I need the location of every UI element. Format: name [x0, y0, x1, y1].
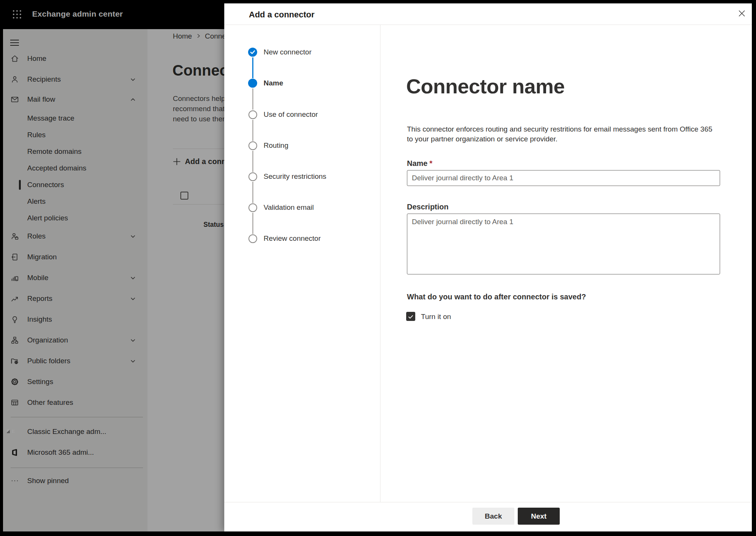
step-security-restrictions[interactable]: Security restrictions	[264, 172, 326, 181]
step-circle-current	[248, 79, 257, 88]
step-connector-line	[252, 151, 253, 172]
connector-name-input[interactable]	[407, 170, 720, 186]
back-button[interactable]: Back	[472, 508, 514, 525]
step-connector-line	[252, 57, 253, 78]
step-use-of-connector[interactable]: Use of connector	[264, 110, 318, 119]
step-heading: Connector name	[406, 74, 565, 98]
step-description: This connector enforces routing and secu…	[407, 124, 713, 144]
step-circle-upcoming	[248, 172, 257, 181]
step-name[interactable]: Name	[264, 79, 283, 88]
after-save-question: What do you want to do after connector i…	[407, 293, 586, 301]
required-asterisk: *	[429, 159, 432, 167]
checkmark-icon	[408, 314, 414, 320]
description-field-label: Description	[407, 203, 449, 211]
step-connector-line	[252, 120, 253, 141]
name-field-label: Name*	[407, 159, 432, 168]
step-circle-upcoming	[248, 203, 257, 212]
step-circle-upcoming	[248, 141, 257, 150]
step-circle-upcoming	[248, 110, 257, 119]
next-button[interactable]: Next	[518, 508, 560, 525]
dialog-footer-divider	[224, 502, 752, 502]
step-circle-upcoming	[248, 234, 257, 243]
step-circle-completed	[248, 48, 257, 57]
turn-it-on-label: Turn it on	[421, 313, 451, 321]
add-connector-dialog: Add a connector New connector Name Use o…	[224, 3, 752, 531]
wizard-content-divider	[380, 25, 380, 502]
step-connector-line	[252, 182, 253, 203]
close-icon[interactable]	[736, 7, 748, 19]
step-connector-line	[252, 88, 253, 110]
step-review-connector[interactable]: Review connector	[264, 234, 321, 243]
connector-description-textarea[interactable]: Deliver journal directly to Area 1	[407, 214, 720, 274]
turn-it-on-checkbox[interactable]	[406, 312, 415, 321]
step-connector-line	[252, 213, 253, 234]
step-validation-email[interactable]: Validation email	[264, 203, 314, 212]
step-new-connector[interactable]: New connector	[264, 48, 312, 57]
step-routing[interactable]: Routing	[264, 141, 289, 150]
dialog-header-divider	[224, 25, 752, 25]
dialog-title: Add a connector	[249, 10, 315, 20]
